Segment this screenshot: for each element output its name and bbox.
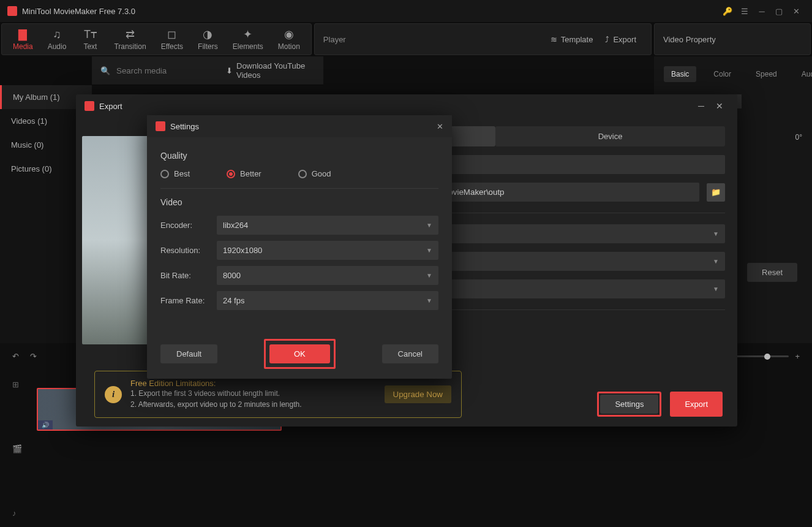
tool-audio[interactable]: ♫Audio <box>40 26 74 52</box>
export-dialog-title: Export <box>99 102 122 111</box>
s-framerate-label: Frame Rate: <box>160 296 209 305</box>
chevron-down-icon: ▼ <box>426 222 432 229</box>
encoder-label: Encoder: <box>160 221 209 230</box>
download-youtube-button[interactable]: ⬇Download YouTube Videos <box>226 61 315 80</box>
chevron-down-icon: ▼ <box>713 230 719 237</box>
chevron-down-icon: ▼ <box>426 297 432 304</box>
titlebar: MiniTool MovieMaker Free 7.3.0 🔑 ☰ ─ ▢ ✕ <box>0 0 812 22</box>
app-logo-icon <box>156 121 165 131</box>
chevron-down-icon: ▼ <box>426 247 432 254</box>
app-logo-icon <box>7 6 17 16</box>
media-search-bar: 🔍 ⬇Download YouTube Videos <box>92 56 323 85</box>
video-track-icon: 🎬 <box>12 444 22 453</box>
folder-icon: 📁 <box>711 188 721 197</box>
download-icon: ⬇ <box>226 66 233 75</box>
tool-motion[interactable]: ◉Motion <box>271 26 307 52</box>
tool-filters[interactable]: ◑Filters <box>190 26 225 52</box>
tool-transition[interactable]: ⇄Transition <box>107 26 153 52</box>
app-logo-icon <box>85 101 94 111</box>
video-heading: Video <box>160 197 438 207</box>
proptab-audio[interactable]: Audio <box>794 66 812 82</box>
tool-effects[interactable]: ◻Effects <box>154 26 190 52</box>
bitrate-select[interactable]: 8000▼ <box>217 266 438 285</box>
proptab-color[interactable]: Color <box>706 66 739 82</box>
reset-button[interactable]: Reset <box>747 263 797 282</box>
browse-folder-button[interactable]: 📁 <box>707 183 725 202</box>
key-icon[interactable]: 🔑 <box>719 2 736 20</box>
stack-icon: ≋ <box>551 35 557 44</box>
filters-icon: ◑ <box>203 28 212 41</box>
settings-dialog-title: Settings <box>170 122 199 131</box>
settings-button[interactable]: Settings <box>600 395 658 414</box>
quality-radio-best[interactable]: Best <box>160 169 190 178</box>
quality-radio-good[interactable]: Good <box>298 169 331 178</box>
upgrade-button[interactable]: Upgrade Now <box>385 385 452 403</box>
tool-media[interactable]: ▇Media <box>6 26 40 52</box>
elements-icon: ✦ <box>243 28 252 41</box>
folder-icon: ▇ <box>18 28 27 41</box>
minimize-icon[interactable]: ─ <box>753 2 770 20</box>
speaker-icon: 🔊 <box>38 420 53 430</box>
default-button[interactable]: Default <box>160 344 217 363</box>
info-icon: i <box>105 386 122 403</box>
tool-text[interactable]: TᴛText <box>73 26 107 52</box>
export-button[interactable]: ⤴Export <box>599 31 642 48</box>
limitations-line1: 1. Export the first 3 videos without len… <box>130 388 302 399</box>
search-input[interactable] <box>116 66 220 75</box>
audio-track-icon: ♪ <box>12 509 22 518</box>
quality-radio-better[interactable]: Better <box>227 169 261 178</box>
proptab-basic[interactable]: Basic <box>664 66 696 82</box>
settings-dialog: Settings ✕ Quality Best Better Good Vide… <box>147 115 452 379</box>
app-title: MiniTool MovieMaker Free 7.3.0 <box>22 7 135 16</box>
player-label: Player <box>323 35 346 44</box>
limitations-title: Free Edition Limitations: <box>130 379 302 388</box>
search-icon: 🔍 <box>100 66 110 75</box>
menu-icon[interactable]: ☰ <box>736 2 753 20</box>
upload-icon: ⤴ <box>605 35 609 44</box>
redo-icon[interactable]: ↷ <box>30 352 37 361</box>
export-confirm-button[interactable]: Export <box>670 392 723 417</box>
main-toolbar: ▇Media ♫Audio TᴛText ⇄Transition ◻Effect… <box>1 23 312 55</box>
encoder-select[interactable]: libx264▼ <box>217 216 438 235</box>
note-icon: ♫ <box>53 28 61 41</box>
s-resolution-select[interactable]: 1920x1080▼ <box>217 241 438 260</box>
chevron-down-icon: ▼ <box>713 258 719 265</box>
s-resolution-label: Resolution: <box>160 246 209 255</box>
proptab-speed[interactable]: Speed <box>748 66 784 82</box>
chevron-down-icon: ▼ <box>426 272 432 279</box>
motion-icon: ◉ <box>284 28 294 41</box>
template-button[interactable]: ≋Template <box>544 31 600 48</box>
player-bar: Player ≋Template ⤴Export <box>314 23 652 55</box>
zoom-in-icon[interactable]: + <box>795 352 800 361</box>
add-track-icon[interactable]: ⊞ <box>12 380 22 389</box>
property-bar: Video Property <box>654 23 811 55</box>
close-icon[interactable]: ✕ <box>437 122 443 131</box>
close-icon[interactable]: ✕ <box>710 101 729 111</box>
undo-icon[interactable]: ↶ <box>12 352 19 361</box>
maximize-icon[interactable]: ▢ <box>770 2 788 20</box>
property-title: Video Property <box>663 35 716 44</box>
tool-elements[interactable]: ✦Elements <box>225 26 271 52</box>
export-tab-device[interactable]: Device <box>495 126 725 146</box>
limitations-line2: 2. Afterwards, export video up to 2 minu… <box>130 399 302 410</box>
transition-icon: ⇄ <box>126 28 135 41</box>
ok-button[interactable]: OK <box>269 344 330 363</box>
chevron-down-icon: ▼ <box>713 286 719 292</box>
bitrate-label: Bit Rate: <box>160 271 209 280</box>
close-icon[interactable]: ✕ <box>788 2 805 20</box>
quality-heading: Quality <box>160 151 438 161</box>
text-icon: Tᴛ <box>84 28 97 41</box>
cancel-button[interactable]: Cancel <box>382 344 438 363</box>
minimize-icon[interactable]: ─ <box>692 101 710 111</box>
effects-icon: ◻ <box>167 28 176 41</box>
s-framerate-select[interactable]: 24 fps▼ <box>217 291 438 310</box>
